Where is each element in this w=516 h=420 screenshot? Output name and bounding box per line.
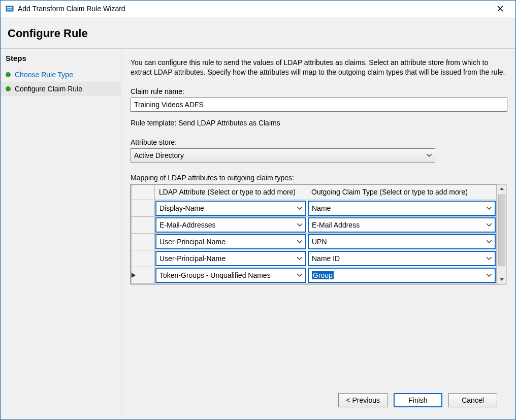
chevron-down-icon (297, 274, 302, 277)
wizard-icon (6, 5, 14, 13)
step-bullet-icon (6, 86, 11, 91)
row-header[interactable] (132, 200, 155, 217)
grid-header-claim: Outgoing Claim Type (Select or type to a… (307, 184, 497, 200)
row-header[interactable] (132, 250, 155, 267)
ldap-attribute-combo[interactable]: User-Principal-Name (155, 234, 306, 249)
step-item-0[interactable]: Choose Rule Type (1, 68, 121, 82)
chevron-down-icon (427, 154, 432, 157)
table-row: E-Mail-AddressesE-Mail Address (132, 217, 497, 234)
ldap-attribute-value: Token-Groups - Unqualified Names (159, 271, 271, 279)
table-row: User-Principal-NameName ID (132, 250, 497, 267)
steps-sidebar: Steps Choose Rule TypeConfigure Claim Ru… (1, 49, 121, 419)
finish-button[interactable]: Finish (394, 393, 442, 407)
chevron-down-icon (487, 240, 492, 243)
scroll-up-icon[interactable] (497, 184, 506, 193)
outgoing-claim-value: Name (312, 204, 331, 212)
svg-rect-1 (7, 7, 12, 8)
chevron-down-icon (487, 274, 492, 277)
mapping-label: Mapping of LDAP attributes to outgoing c… (131, 174, 506, 182)
outgoing-claim-value: UPN (312, 238, 327, 246)
chevron-down-icon (297, 257, 302, 260)
row-header[interactable] (132, 234, 155, 250)
rule-template-text: Rule template: Send LDAP Attributes as C… (131, 119, 506, 127)
close-button[interactable] (490, 2, 510, 16)
mapping-grid-wrapper: LDAP Attribute (Select or type to add mo… (131, 184, 506, 285)
chevron-down-icon (487, 207, 492, 210)
grid-corner (132, 184, 155, 200)
step-item-1: Configure Claim Rule (1, 82, 121, 96)
chevron-down-icon (487, 223, 492, 227)
ldap-attribute-combo[interactable]: E-Mail-Addresses (155, 217, 306, 233)
scroll-thumb[interactable] (498, 195, 505, 266)
grid-header-ldap: LDAP Attribute (Select or type to add mo… (155, 184, 307, 200)
attribute-store-combo[interactable]: Active Directory (131, 148, 435, 163)
cancel-button[interactable]: Cancel (448, 393, 497, 407)
claim-rule-name-input[interactable] (131, 98, 507, 112)
steps-title: Steps (1, 51, 121, 68)
chevron-down-icon (297, 223, 302, 227)
wizard-window: Add Transform Claim Rule Wizard Configur… (0, 0, 516, 420)
step-label: Configure Claim Rule (15, 85, 82, 93)
chevron-down-icon (297, 240, 302, 243)
outgoing-claim-combo[interactable]: Name ID (308, 251, 496, 266)
outgoing-claim-value: Group (312, 271, 334, 279)
outgoing-claim-value: E-Mail Address (312, 221, 360, 229)
step-label: Choose Rule Type (15, 71, 73, 79)
chevron-down-icon (487, 257, 492, 260)
scroll-down-icon[interactable] (497, 275, 506, 284)
ldap-attribute-value: E-Mail-Addresses (159, 221, 215, 229)
claim-rule-name-label: Claim rule name: (131, 87, 506, 95)
content-area: Steps Choose Rule TypeConfigure Claim Ru… (1, 48, 515, 419)
attribute-store-value: Active Directory (134, 151, 184, 159)
step-bullet-icon (6, 72, 11, 77)
outgoing-claim-combo[interactable]: E-Mail Address (308, 217, 496, 233)
previous-button[interactable]: < Previous (338, 393, 388, 407)
main-panel: You can configure this rule to send the … (121, 49, 515, 419)
ldap-attribute-value: User-Principal-Name (159, 254, 225, 263)
svg-rect-2 (7, 9, 12, 10)
ldap-attribute-value: User-Principal-Name (159, 238, 225, 246)
attribute-store-label: Attribute store: (131, 138, 506, 146)
table-row: Display-NameName (132, 200, 497, 217)
outgoing-claim-value: Name ID (312, 254, 340, 263)
window-title: Add Transform Claim Rule Wizard (18, 5, 490, 13)
outgoing-claim-combo[interactable]: Group (308, 268, 496, 283)
mapping-grid: LDAP Attribute (Select or type to add mo… (131, 184, 497, 284)
button-row: < Previous Finish Cancel (131, 388, 506, 414)
ldap-attribute-value: Display-Name (159, 204, 204, 212)
ldap-attribute-combo[interactable]: Token-Groups - Unqualified Names (155, 268, 306, 283)
row-indicator-icon (132, 271, 136, 279)
outgoing-claim-combo[interactable]: Name (308, 201, 496, 216)
table-row: Token-Groups - Unqualified NamesGroup (132, 267, 497, 284)
ldap-attribute-combo[interactable]: Display-Name (155, 201, 306, 216)
page-heading: Configure Rule (1, 17, 515, 48)
intro-text: You can configure this rule to send the … (131, 58, 506, 77)
titlebar: Add Transform Claim Rule Wizard (1, 1, 515, 17)
grid-scrollbar[interactable] (497, 184, 506, 284)
outgoing-claim-combo[interactable]: UPN (308, 234, 496, 249)
chevron-down-icon (297, 207, 302, 210)
table-row: User-Principal-NameUPN (132, 234, 497, 250)
row-header[interactable] (132, 267, 155, 284)
row-header[interactable] (132, 217, 155, 234)
ldap-attribute-combo[interactable]: User-Principal-Name (155, 251, 306, 266)
